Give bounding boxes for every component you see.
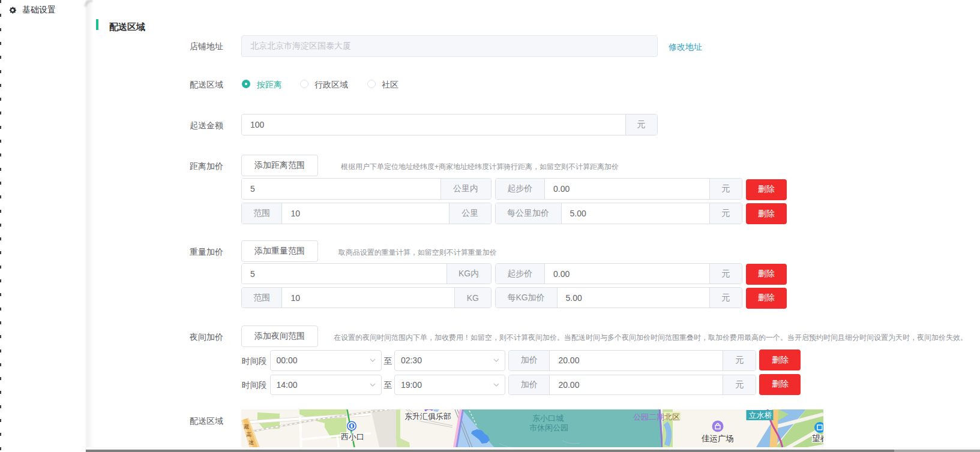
svg-text:速: 速 — [248, 439, 254, 445]
svg-text:高: 高 — [246, 432, 251, 438]
svg-text:佳运广场: 佳运广场 — [701, 434, 734, 443]
svg-text:东小口城: 东小口城 — [532, 414, 564, 423]
svg-text:公园二期: 公园二期 — [633, 412, 664, 421]
svg-text:东升汇俱乐部: 东升汇俱乐部 — [404, 412, 451, 421]
svg-text:北区: 北区 — [664, 412, 680, 421]
svg-text:西小口: 西小口 — [341, 432, 364, 441]
svg-text:立水桥: 立水桥 — [749, 411, 772, 420]
svg-text:藏: 藏 — [244, 424, 249, 430]
svg-text:望春: 望春 — [812, 434, 823, 443]
svg-text:市休闲公园: 市休闲公园 — [529, 423, 568, 432]
